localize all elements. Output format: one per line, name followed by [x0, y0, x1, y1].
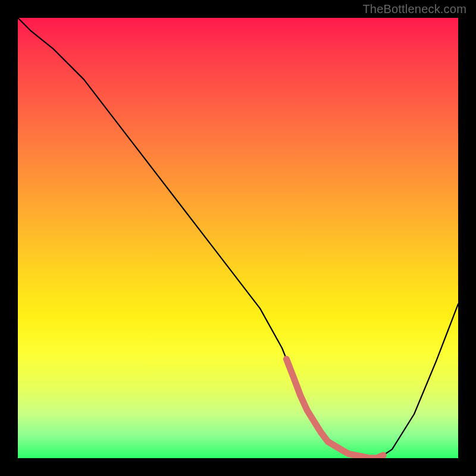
- chart-svg: [18, 18, 458, 458]
- plot-area: [18, 18, 458, 458]
- watermark-text: TheBottleneck.com: [362, 2, 466, 16]
- optimal-range-highlight: [286, 359, 383, 459]
- chart-frame: TheBottleneck.com: [0, 0, 476, 476]
- bottleneck-curve: [18, 18, 458, 458]
